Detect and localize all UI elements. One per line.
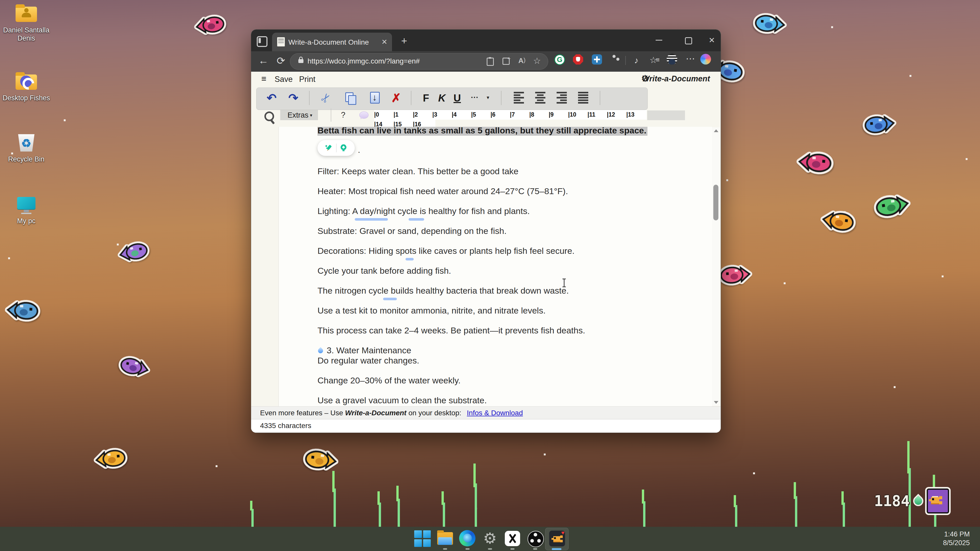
close-button[interactable]: ✕ xyxy=(704,36,719,44)
copy-icon[interactable] xyxy=(345,92,353,102)
help-button[interactable]: ? xyxy=(341,110,345,120)
underline-button[interactable]: U xyxy=(453,90,461,106)
start-button[interactable] xyxy=(414,530,431,547)
cut-icon[interactable]: ✂ xyxy=(317,89,335,106)
paste-search-icon[interactable] xyxy=(487,58,494,66)
editor-scrollbar[interactable] xyxy=(712,127,720,406)
save-menu[interactable]: Save xyxy=(275,75,293,84)
doc-paragraph[interactable]: Substrate: Gravel or sand, depending on … xyxy=(318,226,634,236)
align-justify-button[interactable] xyxy=(578,92,589,103)
doc-paragraph[interactable]: The nitrogen cycle builds healthy bacter… xyxy=(318,286,634,295)
capcut-icon[interactable] xyxy=(505,531,520,546)
desktop-fish-sprite[interactable] xyxy=(115,352,153,383)
desktop-fish-sprite[interactable] xyxy=(717,262,753,289)
desktop-fish-sprite[interactable] xyxy=(192,12,228,39)
edge-browser-icon[interactable] xyxy=(459,530,476,546)
doc-paragraph[interactable]: Heater: Most tropical fish need water ar… xyxy=(318,186,634,196)
paste-icon[interactable] xyxy=(370,92,380,103)
desktop-fish-sprite[interactable] xyxy=(4,298,42,325)
doc-paragraph[interactable]: Use a test kit to monitor ammonia, nitri… xyxy=(318,305,634,316)
vertical-tabs-icon[interactable] xyxy=(257,36,267,47)
doc-paragraph[interactable]: Betta fish can live in tanks as small as… xyxy=(318,127,634,135)
doc-paragraph[interactable]: Lighting: A day/night cycle is healthy f… xyxy=(318,206,634,216)
desktop-fish-sprite[interactable] xyxy=(795,149,835,178)
infos-download-link[interactable]: Infos & Download xyxy=(467,409,523,417)
doc-paragraph[interactable]: Cycle your tank before adding fish. xyxy=(318,265,634,276)
more-formats-button[interactable]: ··· xyxy=(471,90,479,106)
obs-studio-icon[interactable] xyxy=(528,531,544,547)
copilot-icon[interactable] xyxy=(700,54,711,65)
align-left-button[interactable] xyxy=(514,92,525,103)
italic-button[interactable]: K xyxy=(438,90,445,106)
fish-count: 1184 xyxy=(874,492,910,510)
align-center-button[interactable] xyxy=(535,92,546,103)
toolbar-divider xyxy=(625,56,626,65)
settings-icon[interactable]: ⚙ xyxy=(482,530,498,547)
desktop-fish-sprite[interactable] xyxy=(818,207,858,237)
grammarly-extension-icon[interactable]: G xyxy=(554,54,565,65)
desktop-icon-desktop-fishes[interactable]: Desktop Fishes xyxy=(2,71,51,102)
desktop-icon-label: Recycle Bin xyxy=(2,155,51,163)
browser-menu-icon[interactable]: ⋯ xyxy=(686,53,696,64)
format-caret-icon[interactable]: ▾ xyxy=(487,90,489,106)
extras-dropdown[interactable]: Extras▾ xyxy=(280,110,318,120)
doc-paragraph[interactable]: This process can take 2–4 weeks. Be pati… xyxy=(318,325,634,335)
fish-app-button[interactable] xyxy=(927,489,949,513)
scroll-down-icon[interactable] xyxy=(714,401,718,404)
scrollbar-thumb[interactable] xyxy=(713,185,718,221)
desktop-fish-sprite[interactable] xyxy=(115,238,153,267)
minimize-button[interactable] xyxy=(655,40,662,41)
desktop-icon-my-pc[interactable]: My pc xyxy=(2,194,51,225)
doc-paragraph[interactable]: Filter: Keeps water clean. This better b… xyxy=(318,166,634,176)
undo-icon[interactable]: ↶ xyxy=(267,90,277,106)
tab-close-icon[interactable]: ✕ xyxy=(382,38,387,46)
desktop-fish-sprite[interactable] xyxy=(751,11,788,38)
comment-bubble-icon[interactable] xyxy=(360,111,369,119)
redo-icon[interactable]: ↷ xyxy=(288,90,298,106)
address-bar[interactable]: https://wdco.jmmgc.com/?lang=en# A ☆ xyxy=(290,53,548,70)
back-icon[interactable]: ← xyxy=(258,55,269,66)
favorite-star-icon[interactable]: ☆ xyxy=(533,56,541,63)
bold-button[interactable]: F xyxy=(423,90,429,106)
profile-avatar[interactable] xyxy=(667,54,677,65)
new-tab-button[interactable]: + xyxy=(401,35,407,47)
media-controls-icon[interactable]: ♪ xyxy=(634,56,644,65)
favorites-list-icon[interactable]: ☆ xyxy=(649,55,660,65)
adblock-extension-icon[interactable] xyxy=(573,54,583,65)
blue-cross-extension-icon[interactable] xyxy=(592,54,602,65)
document-page[interactable]: Betta fish can live in tanks as small as… xyxy=(278,127,712,407)
document-content[interactable]: Betta fish can live in tanks as small as… xyxy=(318,127,634,407)
print-menu[interactable]: Print xyxy=(299,75,315,84)
desktop-fish-sprite[interactable] xyxy=(92,445,130,473)
doc-paragraph[interactable]: Use a gravel vacuum to clean the substra… xyxy=(318,395,634,405)
url-text[interactable]: https://wdco.jmmgc.com/?lang=en# xyxy=(307,57,420,65)
selected-text: Betta fish can live in tanks as small as… xyxy=(318,127,648,136)
lock-icon[interactable] xyxy=(298,59,304,63)
scroll-up-icon[interactable] xyxy=(714,129,718,132)
extensions-puzzle-icon[interactable] xyxy=(610,54,620,65)
taskbar-clock[interactable]: 1:46 PM 8/5/2025 xyxy=(943,530,970,547)
doc-paragraph[interactable]: Do regular water changes. xyxy=(318,355,634,365)
doc-text: Filter: Keeps water clean. This better b… xyxy=(318,166,518,176)
doc-paragraph[interactable]: . xyxy=(318,140,634,156)
delete-icon[interactable]: ✗ xyxy=(391,90,401,106)
browser-tab[interactable]: Write-a-Document Online ✕ xyxy=(272,33,392,51)
desktop-fishes-app-icon[interactable]: ♥ xyxy=(549,530,565,546)
desktop-icon-recycle-bin[interactable]: ♻ Recycle Bin xyxy=(2,133,51,163)
maximize-button[interactable] xyxy=(685,37,692,44)
doc-paragraph[interactable]: 3. Water Maintenance xyxy=(318,345,634,355)
doc-paragraph[interactable]: Decorations: Hiding spots like caves or … xyxy=(318,246,634,256)
read-aloud-icon[interactable]: A xyxy=(518,57,526,64)
doc-paragraph[interactable]: Change 20–30% of the water weekly. xyxy=(318,375,634,386)
desktop-fish-sprite[interactable] xyxy=(871,190,913,223)
align-right-button[interactable] xyxy=(557,92,568,103)
search-icon[interactable] xyxy=(264,111,274,121)
desktop-fish-sprite[interactable] xyxy=(301,446,340,475)
collections-add-icon[interactable] xyxy=(503,58,510,65)
desktop-fish-sprite[interactable] xyxy=(861,111,898,139)
app-hamburger-icon[interactable]: ≡ xyxy=(261,74,266,84)
grammarly-widget[interactable] xyxy=(318,140,355,156)
seaweed xyxy=(843,503,845,527)
refresh-icon[interactable]: ⟳ xyxy=(277,55,285,67)
desktop-icon-user-folder[interactable]: Daniel Santalla Denis xyxy=(2,3,51,42)
